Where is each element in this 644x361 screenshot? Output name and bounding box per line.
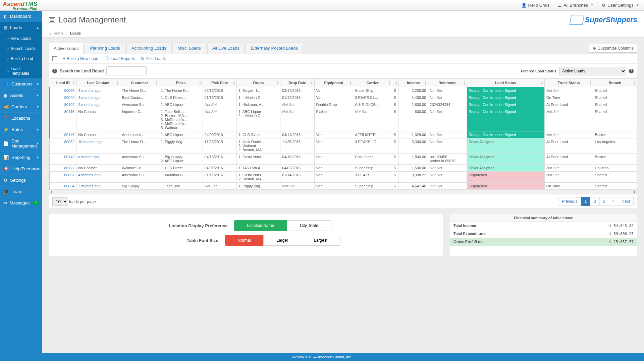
learn-icon: 🎓 xyxy=(3,189,9,194)
column-header[interactable]: Income▲▼ xyxy=(399,79,428,87)
tab-externally-posted-loads[interactable]: Externally Posted Loads xyxy=(246,43,303,54)
file-icon: 📄 xyxy=(104,56,109,61)
pager-previous[interactable]: Previous xyxy=(558,197,581,206)
filter-status-select[interactable]: Active Loads xyxy=(559,67,626,75)
sidebar-item-dashboard[interactable]: ◧Dashboard xyxy=(0,11,42,22)
sidebar-item-customers[interactable]: 👥Customers▼ xyxy=(0,78,42,90)
load-reports-link[interactable]: 📄Load Reports xyxy=(104,56,135,61)
assets-icon: ▣ xyxy=(3,93,7,98)
horizontal-scrollbar[interactable] xyxy=(49,190,637,194)
messages-icon: ✉ xyxy=(3,200,7,205)
dashboard-icon: ◧ xyxy=(3,14,7,19)
help-icon[interactable]: ? xyxy=(629,69,634,73)
sidebar-sub-build-a-load[interactable]: ›Build a Load xyxy=(0,54,42,64)
per-page-label: loads per page xyxy=(69,199,96,204)
column-header[interactable]: Load ID▲▼ xyxy=(50,79,76,87)
financial-row: Total Expenditures$ 39,806.25 xyxy=(450,230,637,238)
sidebar-item-locations[interactable]: 📍Locations xyxy=(0,113,42,124)
column-header[interactable]: Pick Date▲▼ xyxy=(203,79,236,87)
location-name-toggle[interactable]: Location Name xyxy=(234,220,287,231)
super-shippers-logo: SuperShippers xyxy=(570,15,637,25)
chevron-right-icon: › xyxy=(7,46,9,51)
sidebar-item-loads[interactable]: ▤Loads▲ xyxy=(0,22,42,34)
pager-1[interactable]: 1 xyxy=(581,197,591,206)
app-logo: AscendTMS Premium Plan xyxy=(3,1,37,10)
table-row[interactable]: 80149a month agoAwesome Su...1. Big Supp… xyxy=(50,154,637,165)
financial-summary-panel: Financial summary of table above Total I… xyxy=(450,214,637,256)
table-row[interactable]: 80115No ContactImported C...1. Taco Bell… xyxy=(50,108,637,131)
sidebar-item-carriers[interactable]: 🚚Carriers▼ xyxy=(0,101,42,113)
search-input[interactable] xyxy=(106,66,147,75)
font-largest-toggle[interactable]: Largest xyxy=(301,235,340,246)
rates-icon: ⚡ xyxy=(3,127,9,132)
calendar-icon[interactable] xyxy=(52,56,57,61)
sidebar-item-help-feedback[interactable]: 📢Help/Feedback▼ xyxy=(0,163,42,175)
help-icon: 📢 xyxy=(3,166,9,171)
pager-4[interactable]: 4 xyxy=(609,197,619,206)
customize-columns-button[interactable]: ⚙Customize Columns xyxy=(589,44,637,53)
column-header[interactable]: Carrier▲▼ xyxy=(353,79,392,87)
pager-3[interactable]: 3 xyxy=(599,197,609,206)
refresh-icon: ↻ xyxy=(141,56,144,61)
per-page-select[interactable]: 10 xyxy=(52,197,68,206)
carriers-icon: 🚚 xyxy=(3,104,9,109)
sidebar-item-doc-management[interactable]: 📄Doc Management▼ xyxy=(0,135,42,152)
tab-misc-loads[interactable]: Misc. Loads xyxy=(172,43,206,54)
sidebar-sub-search-loads[interactable]: ›Search Loads xyxy=(0,44,42,54)
column-header[interactable]: Truck Status▲▼ xyxy=(544,79,593,87)
user-settings-menu[interactable]: ⚙User Settings xyxy=(602,3,639,8)
tab-all-live-loads[interactable]: All Live Loads xyxy=(207,43,245,54)
table-row[interactable]: 80145No ContactAnderson V...1. ABC Liquo… xyxy=(50,131,637,138)
preferences-panel: Location Display Preference Location Nam… xyxy=(49,214,443,256)
report-icon: 📊 xyxy=(3,155,9,160)
font-normal-toggle[interactable]: Normal xyxy=(225,235,264,246)
sidebar-item-messages[interactable]: ✉Messages0 xyxy=(0,197,42,209)
column-header[interactable]: Load Status▲▼ xyxy=(467,79,545,87)
help-icon[interactable]: ? xyxy=(52,69,57,73)
column-header[interactable]: ▲▼ xyxy=(392,79,399,87)
sidebar-sub-view-loads[interactable]: ›View Loads xyxy=(0,34,42,44)
column-header[interactable]: Drops▲▼ xyxy=(236,79,280,87)
sidebar-item-reporting[interactable]: 📊Reporting▼ xyxy=(0,152,42,163)
build-new-load-link[interactable]: +Build a New Load xyxy=(63,56,98,61)
city-state-toggle[interactable]: City, State xyxy=(287,220,331,231)
financial-row: Total Income$ 54,843.82 xyxy=(450,222,637,230)
locations-icon: 📍 xyxy=(3,116,9,121)
column-header[interactable]: Equipment▲▼ xyxy=(314,79,353,87)
column-header[interactable]: Drop Date▲▼ xyxy=(280,79,314,87)
table-row[interactable]: 800364 months agoThe Home D...1. The Hom… xyxy=(50,87,637,94)
user-menu[interactable]: 👤Hello Chris xyxy=(521,3,550,8)
breadcrumb-home[interactable]: Home xyxy=(54,31,63,35)
sidebar-item-assets[interactable]: ▣Assets▼ xyxy=(0,90,42,101)
footer-bar: ©2008-2016 — InMotion Global, Inc. xyxy=(0,353,644,361)
table-row[interactable]: 800874 months agoAwesome Su...1. InMotio… xyxy=(50,172,637,183)
tab-planning-loads[interactable]: Planning Loads xyxy=(85,43,125,54)
breadcrumb-current: Loads xyxy=(70,31,81,35)
column-header[interactable]: Customer▲▼ xyxy=(120,79,159,87)
sidebar-item-rates[interactable]: ⚡Rates▼ xyxy=(0,124,42,135)
table-row[interactable]: 800404 months agoBest Custo...1. CLS Dir… xyxy=(50,94,637,101)
table-row[interactable]: 800643 months agoBig Supply...1. Taco Be… xyxy=(50,183,637,190)
post-loads-link[interactable]: ↻Post Loads xyxy=(141,56,166,61)
table-row[interactable]: 8003210 months agoThe Home D...1. Piggly… xyxy=(50,138,637,154)
column-header[interactable]: Picks▲▼ xyxy=(159,79,203,87)
sidebar-sub-load-templates[interactable]: ›Load Templates xyxy=(0,64,42,78)
sidebar-item-learn[interactable]: 🎓Learn xyxy=(0,186,42,197)
sidebar-item-settings[interactable]: ⚙Settings xyxy=(0,175,42,186)
table-row[interactable]: 801022 months agoAwesome Su...1. ABC Liq… xyxy=(50,101,637,108)
pager-next[interactable]: Next xyxy=(618,197,634,206)
chevron-right-icon: › xyxy=(7,36,9,41)
plus-icon: + xyxy=(63,56,65,61)
financial-row: Gross Profit/Loss$ 15,037.57 xyxy=(450,238,637,246)
home-icon[interactable]: ⌂ xyxy=(49,31,51,35)
pager-2[interactable]: 2 xyxy=(590,197,600,206)
table-row[interactable]: 80122No ContactWalmart Co...1. CLS Direc… xyxy=(50,165,637,172)
column-header[interactable]: Last Contact▲▼ xyxy=(76,79,120,87)
search-label: Search the Load Board xyxy=(60,69,104,73)
column-header[interactable]: Branch▲▼ xyxy=(593,79,637,87)
tab-accounting-loads[interactable]: Accounting Loads xyxy=(126,43,171,54)
tab-active-loads[interactable]: Active Loads xyxy=(49,43,84,54)
font-larger-toggle[interactable]: Larger xyxy=(263,235,301,246)
branches-menu[interactable]: ⚍All Branches xyxy=(558,3,593,8)
column-header[interactable]: Reference▲▼ xyxy=(428,79,467,87)
